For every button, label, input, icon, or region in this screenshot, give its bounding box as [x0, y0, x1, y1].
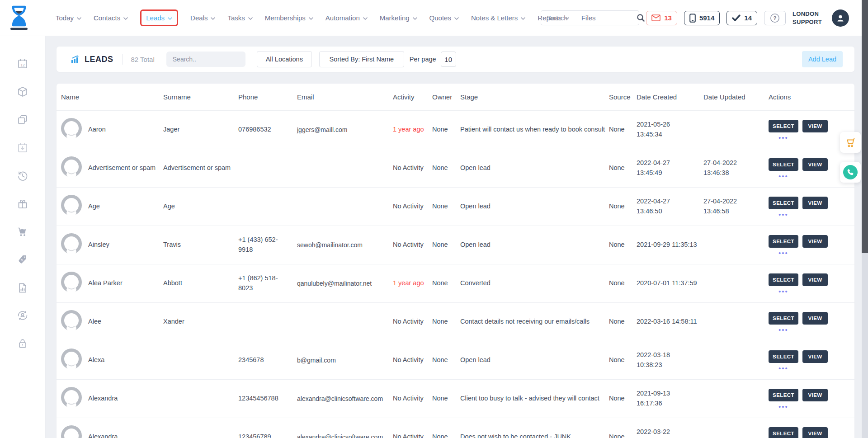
per-page-input[interactable] [441, 52, 456, 67]
avatar [61, 425, 82, 438]
view-button[interactable]: VIEW [802, 197, 828, 209]
lead-stage: Does not wish to be contacted - JUNK [460, 432, 609, 438]
more-actions-button[interactable]: ••• [769, 136, 798, 140]
lead-date-created: 2020-07-01 11:37:59 [637, 278, 703, 288]
select-button[interactable]: SELECT [769, 158, 798, 171]
user-avatar[interactable] [832, 9, 849, 27]
lead-owner: None [432, 278, 460, 288]
add-lead-button[interactable]: Add Lead [802, 51, 843, 67]
lead-stage: Converted [460, 278, 609, 288]
lead-stage: Client too busy to talk - advised they w… [460, 394, 609, 404]
sort-dropdown[interactable]: Sorted By: First Name [319, 51, 404, 67]
col-header-date-created: Date Created [637, 93, 703, 101]
select-button[interactable]: SELECT [769, 389, 798, 401]
lead-activity: No Activity [393, 202, 432, 212]
leads-toolbar: LEADS 82 Total All Locations Sorted By: … [57, 47, 854, 72]
tasks-badge[interactable]: 14 [726, 11, 757, 25]
lead-name: Alea Parker [88, 278, 163, 288]
col-header-activity: Activity [393, 93, 432, 101]
nav-item-contacts[interactable]: Contacts [94, 14, 128, 22]
view-button[interactable]: VIEW [802, 273, 828, 286]
select-button[interactable]: SELECT [769, 235, 798, 248]
floating-cart-button[interactable] [840, 132, 861, 153]
more-actions-button[interactable]: ••• [769, 289, 798, 294]
lead-owner: None [432, 125, 460, 135]
nav-item-label: Leads [146, 14, 165, 22]
view-button[interactable]: VIEW [802, 120, 828, 132]
view-button[interactable]: VIEW [802, 350, 828, 363]
cart-icon[interactable] [17, 226, 28, 238]
calls-badge[interactable]: 5914 [684, 11, 720, 25]
col-header-surname: Surname [163, 93, 238, 101]
actions-buttons: SELECT VIEW [769, 427, 844, 438]
floating-phone-button[interactable] [840, 162, 861, 183]
select-button[interactable]: SELECT [769, 120, 798, 132]
nav-item-automation[interactable]: Automation [326, 14, 368, 22]
view-button[interactable]: VIEW [802, 235, 828, 248]
lead-surname: Advertisement or spam [163, 163, 238, 173]
gift-icon[interactable] [17, 198, 28, 210]
nav-item-deals[interactable]: Deals [190, 14, 215, 22]
more-actions-button[interactable]: ••• [769, 251, 798, 255]
search-button[interactable] [637, 11, 645, 25]
page-title-wrap: LEADS [71, 55, 113, 64]
more-actions-button[interactable]: ••• [769, 212, 798, 217]
more-actions-button[interactable]: ••• [769, 405, 798, 409]
select-button[interactable]: SELECT [769, 312, 798, 325]
select-button[interactable]: SELECT [769, 197, 798, 209]
scrollbar-thumb[interactable] [862, 0, 868, 253]
lock-icon[interactable] [17, 338, 28, 349]
search-icon [637, 14, 645, 22]
view-button[interactable]: VIEW [802, 312, 828, 325]
scrollbar-track[interactable] [862, 0, 868, 438]
col-header-name: Name [61, 93, 163, 101]
nav-item-notes-letters[interactable]: Notes & Letters [471, 14, 525, 22]
phone-icon [847, 169, 854, 176]
report-icon[interactable] [17, 282, 28, 294]
price-tag-icon[interactable]: $ [17, 254, 28, 265]
select-button[interactable]: SELECT [769, 273, 798, 286]
view-button[interactable]: VIEW [802, 389, 828, 401]
view-button[interactable]: VIEW [802, 427, 828, 438]
lead-date-updated: 27-04-2022 13:46:38 [703, 158, 769, 178]
location-filter-dropdown[interactable]: All Locations [257, 51, 312, 67]
lead-activity: No Activity [393, 163, 432, 173]
lead-stage: Open lead [460, 240, 609, 250]
nav-item-marketing[interactable]: Marketing [380, 14, 417, 22]
nav-item-tasks[interactable]: Tasks [227, 14, 252, 22]
nav-item-label: Memberships [265, 14, 306, 22]
select-button[interactable]: SELECT [769, 350, 798, 363]
table-row: Age Age No Activity None Open lead None … [57, 187, 854, 226]
page-title: LEADS [85, 55, 113, 64]
lead-phone: 076986532 [238, 125, 297, 135]
col-header-date-updated: Date Updated [703, 93, 769, 101]
leads-search-input[interactable] [166, 56, 259, 63]
nav-item-label: Today [56, 14, 74, 22]
lead-owner: None [432, 394, 460, 404]
global-search-input[interactable] [541, 11, 637, 25]
history-icon[interactable] [17, 170, 28, 182]
toolbar-divider [123, 54, 123, 65]
lead-owner: None [432, 432, 460, 438]
package-icon[interactable] [17, 86, 28, 98]
calendar-icon[interactable]: 12 [17, 58, 28, 70]
copy-icon[interactable] [17, 114, 28, 126]
view-button[interactable]: VIEW [802, 158, 828, 171]
nav-item-today[interactable]: Today [56, 14, 81, 22]
lead-date-created: 2021-09-13 16:17:36 [637, 389, 703, 409]
nav-item-quotes[interactable]: Quotes [429, 14, 459, 22]
mail-notifications-badge[interactable]: 13 [646, 11, 677, 25]
nav-item-memberships[interactable]: Memberships [265, 14, 313, 22]
lead-date-created: 2021-09-29 11:35:13 [637, 240, 703, 250]
more-actions-button[interactable]: ••• [769, 174, 798, 179]
more-actions-button[interactable]: ••• [769, 366, 798, 371]
more-actions-button[interactable]: ••• [769, 328, 798, 332]
account-sync-icon[interactable] [17, 310, 28, 321]
select-button[interactable]: SELECT [769, 427, 798, 438]
nav-item-leads[interactable]: Leads [140, 9, 178, 26]
help-badge[interactable]: ? [764, 11, 786, 25]
app-logo-icon [9, 4, 29, 31]
col-header-stage: Stage [460, 93, 609, 101]
actions-cell: SELECT VIEW ••• [769, 158, 850, 179]
calendar-download-icon[interactable] [17, 142, 28, 154]
